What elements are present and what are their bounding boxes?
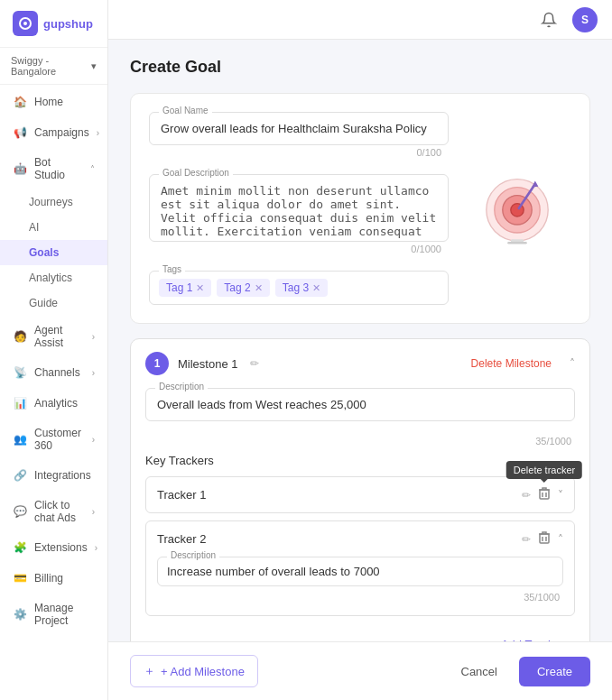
sidebar-item-analytics2[interactable]: 📊 Analytics (0, 388, 107, 419)
sidebar-item-label-channels: Channels (34, 366, 80, 379)
clearfix: + Add Tracker (145, 623, 575, 641)
channels-arrow: › (92, 368, 95, 378)
sidebar-item-extensions[interactable]: 🧩 Extensions › (0, 532, 107, 563)
sidebar-item-label-campaigns: Campaigns (34, 126, 89, 139)
goal-desc-legend: Goal Description (159, 168, 233, 178)
extensions-arrow: › (95, 543, 97, 553)
goal-desc-textarea[interactable]: Amet minim mollit non deserunt ullamco e… (150, 175, 448, 238)
billing-icon: 💳 (13, 571, 27, 585)
tracker-2-desc-input[interactable] (158, 557, 562, 585)
tracker-2-edit-icon[interactable]: ✏ (522, 533, 531, 546)
milestone-1-title: Milestone 1 (178, 357, 237, 371)
tags-legend: Tags (159, 264, 185, 274)
click-to-chat-icon: 💬 (13, 504, 27, 519)
tags-area: Tags Tag 1 ✕ Tag 2 ✕ Tag 3 (149, 271, 449, 305)
sidebar-item-goals[interactable]: Goals (0, 240, 107, 265)
milestone-1-card: 1 Milestone 1 ✏ Delete Milestone ˄ Descr… (130, 338, 590, 641)
sidebar-item-analytics[interactable]: Analytics (0, 265, 107, 290)
sidebar-item-ai[interactable]: AI (0, 215, 107, 240)
svg-point-1 (23, 22, 27, 25)
goal-name-input[interactable] (150, 113, 448, 144)
sidebar-item-billing[interactable]: 💳 Billing (0, 563, 107, 594)
sidebar-item-customer360[interactable]: 👥 Customer 360 › (0, 419, 107, 460)
tracker-2-body: Description 35/1000 (146, 557, 574, 615)
extensions-icon: 🧩 (13, 540, 27, 555)
sidebar: gupshup Swiggy - Bangalore ▾ 🏠 Home 📢 Ca… (0, 0, 108, 700)
tag-3: Tag 3 ✕ (275, 279, 328, 297)
tags-inner: Tag 1 ✕ Tag 2 ✕ Tag 3 ✕ (159, 279, 439, 297)
goal-name-field: Goal Name (149, 112, 449, 145)
tag-2-label: Tag 2 (224, 281, 250, 294)
tracker-2-desc-field: Description (157, 557, 563, 586)
tracker-2-delete-button[interactable] (538, 530, 551, 548)
sidebar-item-channels[interactable]: 📡 Channels › (0, 357, 107, 388)
delete-tracker-tooltip: Delete tracker (506, 461, 582, 479)
click-to-chat-arrow: › (92, 507, 95, 517)
user-avatar[interactable]: S (572, 7, 598, 32)
sidebar-item-bot-studio[interactable]: 🤖 Bot Studio ˄ (0, 148, 107, 189)
bell-icon[interactable] (536, 7, 561, 32)
logo-text: gupshup (43, 17, 93, 31)
campaigns-arrow: › (97, 128, 99, 138)
svg-rect-10 (540, 490, 549, 499)
goal-illustration (463, 112, 571, 305)
sidebar-item-integrations[interactable]: 🔗 Integrations (0, 460, 107, 491)
integrations-icon: 🔗 (13, 468, 27, 483)
milestone-1-header[interactable]: 1 Milestone 1 ✏ Delete Milestone ˄ (131, 339, 589, 388)
milestone-1-chevron-up[interactable]: ˄ (570, 357, 575, 370)
bot-studio-icon: 🤖 (13, 161, 27, 176)
bottom-bar: ＋ + Add Milestone Cancel Create (108, 641, 612, 700)
milestone-1-desc-legend: Description (155, 382, 208, 391)
milestone-1-desc-field: Description (145, 388, 575, 421)
sidebar-item-guide[interactable]: Guide (0, 290, 107, 316)
sidebar-item-click-to-chat[interactable]: 💬 Click to chat Ads › (0, 491, 107, 532)
sidebar-item-campaigns[interactable]: 📢 Campaigns › (0, 117, 107, 148)
create-button[interactable]: Create (519, 657, 590, 686)
workspace-chevron: ▾ (91, 60, 97, 72)
sidebar-item-agent-assist[interactable]: 🧑 Agent Assist › (0, 316, 107, 357)
tag-1: Tag 1 ✕ (159, 279, 211, 297)
tracker-1-chevron[interactable]: ˅ (558, 489, 563, 502)
sidebar-item-label-agent-assist: Agent Assist (34, 324, 85, 349)
milestone-1-desc-input[interactable] (146, 389, 574, 420)
agent-assist-icon: 🧑 (13, 329, 27, 344)
sidebar-item-label-extensions: Extensions (34, 541, 88, 554)
tag-3-close[interactable]: ✕ (312, 282, 320, 294)
sidebar-item-label-customer360: Customer 360 (34, 427, 85, 452)
cancel-button[interactable]: Cancel (447, 658, 512, 686)
sidebar-item-label-integrations: Integrations (34, 469, 91, 482)
sidebar-item-manage-project[interactable]: ⚙️ Manage Project (0, 594, 107, 635)
milestone-1-edit-icon[interactable]: ✏ (250, 357, 259, 370)
sidebar-item-label-manage-project: Manage Project (34, 602, 95, 627)
logo-icon (13, 11, 38, 36)
tag-1-close[interactable]: ✕ (196, 282, 204, 294)
tracker-1-delete-button[interactable] (538, 486, 551, 503)
goal-form: Goal Name 0/100 Goal Description Amet mi… (149, 112, 449, 305)
page-title: Create Goal (130, 58, 590, 77)
tag-1-label: Tag 1 (166, 281, 192, 294)
sidebar-item-home[interactable]: 🏠 Home (0, 87, 107, 117)
add-tracker-button[interactable]: + Add Tracker (480, 631, 575, 641)
tracker-2-chevron-up[interactable]: ˄ (558, 533, 563, 546)
milestone-1-desc-group: Description 35/1000 (145, 388, 575, 448)
svg-rect-13 (540, 534, 549, 543)
goal-card: Goal Name 0/100 Goal Description Amet mi… (130, 93, 590, 324)
tracker-2-desc-legend: Description (167, 550, 219, 560)
tracker-1-edit-icon[interactable]: ✏ (522, 489, 531, 502)
tag-2: Tag 2 ✕ (217, 279, 269, 297)
tag-3-label: Tag 3 (283, 281, 309, 294)
delete-milestone-1-button[interactable]: Delete Milestone (471, 357, 552, 370)
goal-desc-field: Goal Description Amet minim mollit non d… (149, 174, 449, 242)
customer360-icon: 👥 (13, 432, 27, 447)
workspace-selector[interactable]: Swiggy - Bangalore ▾ (0, 48, 107, 85)
goal-name-counter: 0/100 (149, 145, 449, 161)
milestone-1-num: 1 (145, 352, 169, 375)
tag-2-close[interactable]: ✕ (255, 282, 263, 294)
action-buttons: Cancel Create (447, 657, 591, 686)
topbar: S (108, 0, 612, 40)
add-milestone-button[interactable]: ＋ + Add Milestone (130, 655, 258, 687)
analytics-icon: 📊 (13, 396, 27, 410)
sidebar-item-journeys[interactable]: Journeys (0, 189, 107, 215)
milestone-1-desc-counter: 35/1000 (145, 434, 575, 448)
tracker-2-name: Tracker 2 (157, 532, 515, 546)
